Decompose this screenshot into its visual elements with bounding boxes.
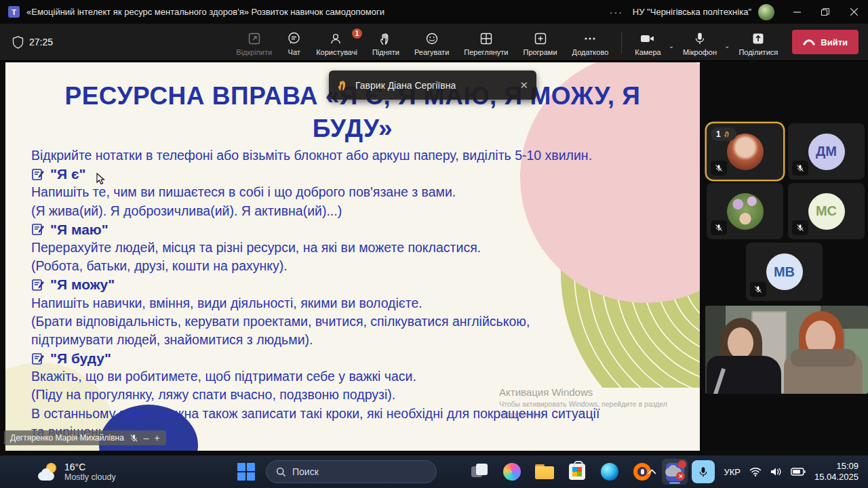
participant-initials-avatar: ДМ xyxy=(808,134,845,170)
minimize-button[interactable] xyxy=(783,0,811,24)
raise-hand-button[interactable]: Підняти xyxy=(365,28,407,56)
notification-name: Гаврик Діана Сергіївна xyxy=(355,80,513,91)
toolbar-divider xyxy=(621,32,622,54)
battery-icon[interactable] xyxy=(791,468,806,476)
search-placeholder: Поиск xyxy=(292,466,319,477)
participant-initials-avatar: МВ xyxy=(766,253,803,290)
hangup-icon xyxy=(803,39,815,45)
task-view-icon xyxy=(471,464,488,480)
shared-screen-slide: Активация Windows Чтобы активировать Win… xyxy=(5,62,700,451)
weather-icon xyxy=(38,463,58,481)
zoom-out-button[interactable]: – xyxy=(144,433,149,443)
memo-icon xyxy=(31,352,45,365)
popout-icon xyxy=(248,32,261,45)
add-app-icon xyxy=(534,32,547,45)
slide-heading: "Я можу" xyxy=(31,275,599,293)
participant-tile[interactable] xyxy=(707,183,783,239)
camera-icon xyxy=(639,32,656,45)
start-button[interactable] xyxy=(233,459,259,485)
participant-tile[interactable]: МВ xyxy=(746,243,823,301)
close-icon[interactable] xyxy=(840,0,868,24)
slide-line: (Я жива(ий). Я доброзичлива(ий). Я актив… xyxy=(31,202,599,220)
participant-tile-speaking[interactable]: 1 xyxy=(707,123,783,180)
windows-taskbar: 16°C Mostly cloudy Поиск T xyxy=(0,455,868,488)
meeting-title: «Емоційний інтелект як ресурс ментальног… xyxy=(26,7,384,17)
view-button[interactable]: Переглянути xyxy=(456,28,515,56)
camera-chevron-icon[interactable]: ⌄ xyxy=(669,42,674,49)
windows-logo-icon xyxy=(237,463,255,481)
slide-line: підтримувати людей, знайомитися з людьми… xyxy=(31,331,599,349)
more-button[interactable]: Додатково xyxy=(565,28,616,56)
chat-button[interactable]: Чат xyxy=(279,28,309,56)
participant-initials-avatar: МС xyxy=(808,193,845,230)
account-avatar[interactable] xyxy=(758,4,774,20)
participant-tile[interactable]: МС xyxy=(788,183,865,239)
camera-button[interactable]: Камера xyxy=(627,28,668,56)
security-shield-icon xyxy=(12,36,24,49)
system-clock[interactable]: 15:09 15.04.2025 xyxy=(814,461,859,483)
person-right xyxy=(791,349,856,367)
restore-button[interactable] xyxy=(811,0,840,24)
share-button[interactable]: Поділитися xyxy=(731,28,785,56)
slide-body-text: Відкрийте нотатки в телефоні або візьміт… xyxy=(31,146,599,441)
microsoft-store-button[interactable] xyxy=(564,459,590,485)
people-icon xyxy=(330,32,344,45)
react-button[interactable]: Реагувати xyxy=(407,28,456,56)
memo-icon xyxy=(31,278,45,291)
teams-app-icon: T xyxy=(8,6,20,18)
search-icon xyxy=(276,467,286,477)
more-dots-icon xyxy=(583,32,597,45)
raised-hand-icon xyxy=(337,79,349,92)
weather-widget[interactable]: 16°C Mostly cloudy xyxy=(38,462,116,482)
share-icon xyxy=(751,32,765,45)
slide-heading: "Я є" xyxy=(31,165,599,183)
mic-chevron-icon[interactable]: ⌄ xyxy=(724,42,730,49)
apps-button[interactable]: Програми xyxy=(515,28,564,56)
slide-line: В останньому пункті можна також записати… xyxy=(31,405,599,423)
participant-tile[interactable]: ДМ xyxy=(788,123,865,180)
slide-heading: "Я буду" xyxy=(31,349,599,367)
copilot-icon xyxy=(503,463,521,481)
titlebar-more-icon[interactable]: ··· xyxy=(610,7,623,18)
edge-button[interactable] xyxy=(597,459,623,485)
slide-line: Перерахуйте людей, місця та різні ресурс… xyxy=(31,239,599,257)
wifi-icon[interactable] xyxy=(749,467,762,476)
mic-off-icon xyxy=(750,282,766,297)
mouse-cursor xyxy=(96,173,105,188)
tray-chevron-icon[interactable] xyxy=(648,469,656,474)
participants-button[interactable]: 1 Користувачі xyxy=(309,28,365,56)
mic-off-icon xyxy=(130,434,138,443)
copilot-button[interactable] xyxy=(499,459,525,485)
presenter-name: Дегтяренко Марія Михайлівна xyxy=(10,433,124,443)
active-mic-indicator[interactable] xyxy=(692,460,715,483)
presenter-name-tag: Дегтяренко Марія Михайлівна – + xyxy=(4,430,166,445)
person-left xyxy=(728,327,753,359)
mic-icon xyxy=(698,466,708,478)
participant-video-feed[interactable] xyxy=(705,306,868,394)
mic-button[interactable]: Мікрофон xyxy=(675,28,724,56)
raised-hand-notification[interactable]: Гаврик Діана Сергіївна ✕ xyxy=(329,70,536,100)
smiley-icon xyxy=(425,32,439,45)
onedrive-error-icon[interactable]: ✕ xyxy=(665,465,683,479)
mic-off-icon xyxy=(792,220,808,235)
account-name[interactable]: НУ "Чернігівська політехніка" xyxy=(633,7,751,17)
task-view-button[interactable] xyxy=(467,459,492,485)
volume-icon[interactable] xyxy=(770,467,782,476)
slide-line: (Робота, батьки, друзі, кошти на рахунку… xyxy=(31,257,599,275)
store-icon xyxy=(569,464,585,480)
notification-close-icon[interactable]: ✕ xyxy=(519,79,528,92)
zoom-in-button[interactable]: + xyxy=(155,433,160,443)
tray-date: 15.04.2025 xyxy=(814,472,859,483)
grid-view-icon xyxy=(479,32,493,45)
raised-hand-badge: 1 xyxy=(711,127,736,141)
teams-meeting-window: T «Емоційний інтелект як ресурс ментальн… xyxy=(0,0,868,488)
language-indicator[interactable]: УКР xyxy=(724,467,741,477)
leave-button[interactable]: Вийти xyxy=(792,30,859,54)
file-explorer-button[interactable] xyxy=(532,459,557,485)
tray-time: 15:09 xyxy=(814,461,859,472)
meeting-toolbar: 27:25 Відкріпити Чат 1 Користувачі Підня… xyxy=(0,24,868,61)
slide-line: Вкажіть, що ви робитимете, щоб підтримат… xyxy=(31,367,599,386)
memo-icon xyxy=(31,167,45,181)
raised-hand-icon xyxy=(724,130,731,138)
search-input[interactable]: Поиск xyxy=(266,460,437,483)
